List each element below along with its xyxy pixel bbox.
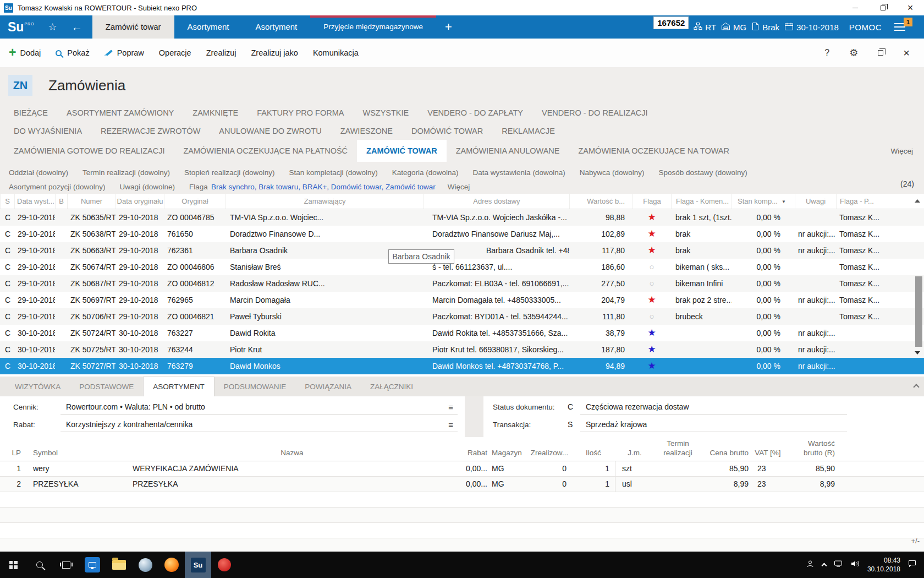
close-panel-icon[interactable]	[903, 47, 910, 59]
status-branch[interactable]: RT	[694, 22, 716, 32]
detail-tab[interactable]: ZAŁĄCZNIKI	[361, 377, 422, 396]
filter-chip[interactable]: Data wystawienia (dowolna)	[473, 168, 565, 177]
table-row[interactable]: C 29-10-2018 ZK 50706/RT/2... 29-10-2018…	[0, 308, 924, 325]
item-column-header[interactable]: Symbol	[25, 449, 130, 461]
resize-hint[interactable]: +/-	[911, 537, 920, 545]
collapse-chevron-icon[interactable]	[913, 384, 919, 390]
scroll-up-icon[interactable]	[915, 199, 920, 203]
item-row[interactable]: 2 PRZESYŁKA PRZESYŁKA 0,00... MG 0 1 usl…	[0, 477, 924, 492]
taskbar-search-button[interactable]	[26, 552, 53, 578]
view-tab[interactable]: FAKTURY PRO FORMA	[248, 103, 353, 122]
table-row[interactable]: C 29-10-2018 ZK 50663/RT/2... 29-10-2018…	[0, 242, 924, 259]
close-button[interactable]	[897, 0, 924, 15]
column-header[interactable]: Flaga	[632, 194, 671, 209]
column-header[interactable]: Stan komp...	[732, 194, 795, 209]
network-icon[interactable]	[834, 560, 843, 570]
table-row[interactable]: C 30-10-2018 ZK 50727/RT/2... 30-10-2018…	[0, 358, 924, 374]
item-row[interactable]: 1 wery WERYFIKACJA ZAMÓWIENIA 0,00... MG…	[0, 461, 924, 477]
filter-chip[interactable]: Stopień realizacji (dowolny)	[184, 168, 274, 177]
help-icon[interactable]: ?	[824, 48, 829, 58]
status-date[interactable]: 30-10-2018	[784, 22, 839, 32]
nav-tab[interactable]: Przyjęcie międzymagazynowe	[310, 15, 436, 39]
view-tab[interactable]: REKLAMACJE	[492, 122, 564, 140]
column-header[interactable]: Oryginał	[164, 194, 226, 209]
view-tab[interactable]: ZAMÓWIENIA OCZEKUJĄCE NA PŁATNOŚĆ	[174, 140, 357, 162]
item-column-header[interactable]: J.m.	[615, 449, 654, 461]
view-tab[interactable]: WSZYSTKIE	[353, 103, 418, 122]
column-header[interactable]: Flaga - Komen...	[671, 194, 732, 209]
column-header[interactable]: Zamawiający	[226, 194, 424, 209]
filter-chip[interactable]: Stan kompletacji (dowolny)	[289, 168, 377, 177]
view-tab[interactable]: DO WYJAŚNIENIA	[4, 122, 91, 140]
view-tab[interactable]: ZAMÓWIENIA OCZEKUJĄCE NA TOWAR	[569, 140, 739, 162]
help-menu[interactable]: POMOC	[849, 23, 882, 32]
column-header[interactable]: S	[0, 194, 14, 209]
column-header[interactable]: Numer	[67, 194, 116, 209]
view-tab[interactable]: ZAMÓWIENIA ANULOWANE	[447, 140, 569, 162]
red-app-button[interactable]	[211, 552, 238, 578]
column-header[interactable]: Wartość b...	[569, 194, 632, 209]
item-column-header[interactable]: Wartość brutto (R)	[785, 439, 837, 461]
volume-icon[interactable]	[850, 559, 860, 570]
view-tab[interactable]: DOMÓWIĆ TOWAR	[402, 122, 492, 140]
column-header[interactable]: Data wyst...	[14, 194, 55, 209]
scrollbar-thumb[interactable]	[915, 276, 922, 347]
table-row[interactable]: C 29-10-2018 ZK 50697/RT/2... 29-10-2018…	[0, 292, 924, 308]
view-tab[interactable]: REZERWACJE ZWROTÓW	[91, 122, 210, 140]
minimize-button[interactable]	[842, 0, 869, 15]
filter-chip[interactable]: Termin realizacji (dowolny)	[82, 168, 170, 177]
column-header[interactable]: Uwagi	[795, 194, 836, 209]
detail-tab[interactable]: POWIĄZANIA	[295, 377, 361, 396]
table-row[interactable]: C 29-10-2018 ZK 50687/RT/2... 29-10-2018…	[0, 275, 924, 292]
item-column-header[interactable]: Ilość	[572, 449, 615, 461]
scroll-down-icon[interactable]	[915, 351, 920, 355]
more-tabs-link[interactable]: Więcej	[890, 147, 913, 155]
communication-menu[interactable]: Komunikacja	[313, 48, 359, 57]
add-tab-button[interactable]: +	[436, 15, 461, 39]
detail-tab[interactable]: ASORTYMENT	[143, 377, 215, 396]
operations-menu[interactable]: Operacje	[159, 48, 191, 57]
view-tab[interactable]: ASORTYMENT ZAMÓWIONY	[57, 103, 183, 122]
firefox-button[interactable]	[158, 552, 185, 578]
more-filters-link[interactable]: Więcej	[448, 183, 470, 191]
start-button[interactable]	[0, 552, 26, 578]
browser-app-button[interactable]	[132, 552, 158, 578]
favorites-star-icon[interactable]: ☆	[41, 15, 64, 39]
item-column-header[interactable]: Cena brutto	[701, 449, 751, 461]
item-column-header[interactable]: VAT [%]	[751, 449, 785, 461]
field-menu-icon[interactable]	[448, 418, 453, 432]
subiekt-app-button[interactable]: Su	[185, 552, 211, 578]
view-tab[interactable]: ZAMÓWIĆ TOWAR	[357, 140, 447, 162]
detail-tab[interactable]: PODSTAWOWE	[70, 377, 143, 396]
detail-tab[interactable]: PODSUMOWANIE	[215, 377, 296, 396]
realize-as-menu[interactable]: Zrealizuj jako	[251, 48, 298, 57]
item-column-header[interactable]: Rabat	[454, 449, 487, 461]
table-row[interactable]: C 29-10-2018 ZK 50638/RT/2... 29-10-2018…	[0, 226, 924, 242]
gear-icon[interactable]	[849, 47, 858, 59]
notifications-icon[interactable]	[908, 560, 916, 570]
discount-field[interactable]: Korzystniejszy z kontrahenta/cennika	[61, 418, 458, 432]
column-header[interactable]: Flaga - P...	[836, 194, 924, 209]
status-warehouse[interactable]: MG	[721, 22, 746, 32]
filter-chip[interactable]: Kategoria (dowolna)	[392, 168, 459, 177]
task-view-button[interactable]	[53, 552, 79, 578]
file-explorer-button[interactable]	[106, 552, 132, 578]
table-row[interactable]: C 30-10-2018 ZK 50725/RT/2... 30-10-2018…	[0, 341, 924, 358]
flag-filter-links[interactable]: Brak synchro, Brak towaru, BRAK+, Domówi…	[211, 183, 436, 191]
view-tab[interactable]: BIEŻĄCE	[4, 103, 57, 122]
show-button[interactable]: Pokaż	[56, 48, 89, 57]
item-column-header[interactable]: Nazwa	[130, 449, 454, 461]
taskbar-clock[interactable]: 08:43 30.10.2018	[867, 556, 900, 574]
add-user-icon[interactable]	[806, 560, 815, 570]
item-column-header[interactable]: Termin realizacji	[654, 439, 701, 461]
view-tab[interactable]: ZAMKNIĘTE	[183, 103, 248, 122]
filter-chip[interactable]: Asortyment pozycji (dowolny)	[9, 183, 106, 191]
realize-button[interactable]: Zrealizuj	[206, 48, 237, 57]
doc-status-field[interactable]: Częściowa rezerwacja dostaw	[580, 400, 847, 415]
status-document[interactable]: Brak	[751, 22, 779, 32]
scanner-value-box[interactable]: 167652	[653, 17, 689, 29]
restore-panel-icon[interactable]	[878, 50, 883, 56]
filter-chip[interactable]: Sposób dostawy (dowolny)	[658, 168, 747, 177]
remote-app-button[interactable]	[79, 552, 106, 578]
view-tab[interactable]: ZAMÓWIENIA GOTOWE DO REALIZACJI	[4, 140, 174, 162]
